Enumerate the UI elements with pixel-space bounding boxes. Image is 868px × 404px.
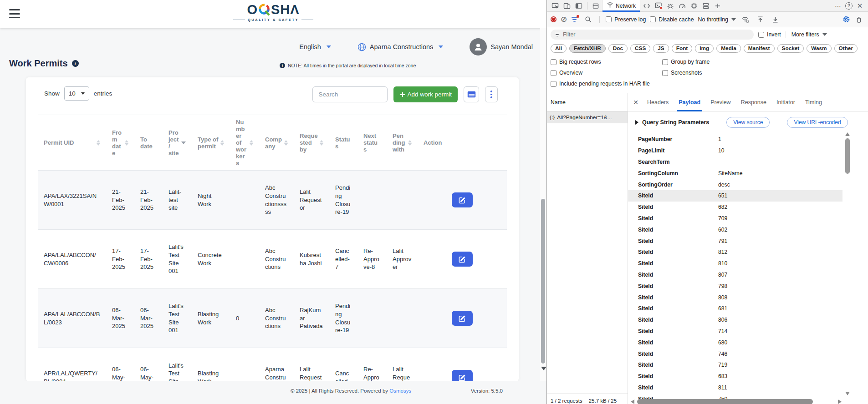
- activity-bar-icon[interactable]: [573, 1, 584, 11]
- include-pending-checkbox[interactable]: Include pending requests in HAR file: [551, 81, 662, 87]
- info-icon[interactable]: i: [72, 60, 79, 67]
- elements-panel-icon[interactable]: [590, 1, 601, 11]
- menu-icon[interactable]: [9, 9, 20, 18]
- chip-socket[interactable]: Socket: [777, 44, 804, 53]
- edit-permit-button[interactable]: [452, 311, 473, 326]
- chip-doc[interactable]: Doc: [608, 44, 628, 53]
- scrollbar-thumb[interactable]: [637, 399, 813, 404]
- col-requested-by[interactable]: Requested by: [294, 115, 329, 171]
- view-source-button[interactable]: View source: [726, 117, 770, 128]
- view-url-encoded-button[interactable]: View URL-encoded: [787, 117, 848, 128]
- sources-panel-icon[interactable]: [641, 1, 652, 11]
- inspect-element-icon[interactable]: [550, 1, 561, 11]
- screenshots-checkbox[interactable]: Screenshots: [662, 70, 774, 76]
- tab-initiator[interactable]: Initiator: [772, 93, 800, 111]
- col-project-site[interactable]: Project/ site: [163, 115, 192, 171]
- col-company[interactable]: Company: [259, 115, 294, 171]
- col-from-date[interactable]: From date: [106, 115, 134, 171]
- more-options-button[interactable]: [485, 86, 498, 102]
- tab-timing[interactable]: Timing: [801, 93, 827, 111]
- chip-css[interactable]: CSS: [630, 44, 650, 53]
- scroll-down-icon[interactable]: [541, 367, 546, 370]
- col-status[interactable]: Status: [329, 115, 357, 171]
- close-detail-icon[interactable]: ✕: [630, 96, 642, 108]
- cell-next-status: Re-Approve-8: [357, 230, 387, 289]
- filter-input[interactable]: [563, 31, 749, 38]
- edit-permit-button[interactable]: [452, 192, 473, 207]
- table-view-button[interactable]: [464, 86, 479, 102]
- memory-icon[interactable]: [689, 1, 700, 11]
- throttling-select[interactable]: No throttling: [698, 16, 736, 23]
- scrollbar-thumb[interactable]: [845, 138, 850, 174]
- help-icon[interactable]: ?: [845, 2, 853, 10]
- chip-manifest[interactable]: Manifest: [744, 44, 775, 53]
- more-filters-button[interactable]: More filters: [786, 31, 827, 38]
- col-permit-uid[interactable]: Permit UID: [38, 115, 106, 171]
- app-scrollbar[interactable]: [540, 28, 546, 381]
- kebab-icon: [490, 91, 492, 92]
- settings-gear-icon[interactable]: [841, 15, 852, 25]
- user-menu[interactable]: Sayan Mondal: [470, 38, 533, 56]
- chip-img[interactable]: Img: [695, 44, 714, 53]
- col-type-of-permit[interactable]: Type of permit: [192, 115, 230, 171]
- filter-toggle-icon[interactable]: [571, 16, 578, 23]
- export-har-icon[interactable]: [770, 15, 781, 25]
- application-panel-icon[interactable]: [700, 1, 711, 11]
- col-number-of-workers[interactable]: Number of workers: [230, 115, 259, 171]
- close-icon[interactable]: ✕: [854, 1, 865, 11]
- chip-font[interactable]: Font: [672, 44, 693, 53]
- disable-cache-checkbox[interactable]: Disable cache: [650, 16, 694, 23]
- add-work-permit-button[interactable]: Add work permit: [393, 86, 458, 102]
- clear-icon[interactable]: ⊘: [561, 15, 567, 23]
- more-options-icon[interactable]: ⋯: [832, 1, 843, 11]
- edit-permit-button[interactable]: [452, 370, 473, 381]
- requests-name-header[interactable]: Name: [547, 93, 628, 111]
- scroll-left-icon[interactable]: [631, 399, 634, 404]
- payload-scrollbar[interactable]: [845, 132, 851, 395]
- network-conditions-icon[interactable]: [740, 15, 751, 25]
- scroll-right-icon[interactable]: [838, 399, 842, 404]
- tab-response[interactable]: Response: [736, 93, 771, 111]
- invert-checkbox[interactable]: Invert: [758, 31, 781, 38]
- tab-network[interactable]: Network: [602, 0, 640, 12]
- add-panel-icon[interactable]: [712, 1, 723, 11]
- import-har-icon[interactable]: [755, 15, 766, 25]
- overview-checkbox[interactable]: Overview: [551, 70, 662, 76]
- debugger-icon[interactable]: [665, 1, 676, 11]
- search-icon[interactable]: [582, 15, 593, 25]
- tab-headers[interactable]: Headers: [643, 93, 673, 111]
- scroll-up-icon[interactable]: [845, 132, 850, 136]
- transfer-size: 25.7 kB / 25: [589, 398, 617, 404]
- payload-h-scrollbar[interactable]: [631, 399, 842, 404]
- console-panel-icon[interactable]: [653, 1, 664, 11]
- h-scroll-track[interactable]: [636, 399, 836, 404]
- performance-icon[interactable]: [677, 1, 688, 11]
- focus-mode-icon[interactable]: [853, 15, 864, 25]
- chip-fetch-xhr[interactable]: Fetch/XHR: [569, 44, 606, 53]
- preserve-log-checkbox[interactable]: Preserve log: [606, 16, 646, 23]
- edit-permit-button[interactable]: [452, 252, 473, 267]
- organization-selector[interactable]: Aparna Constructions: [357, 43, 443, 51]
- scroll-down-icon[interactable]: [845, 392, 850, 395]
- chip-all[interactable]: All: [551, 44, 567, 53]
- osmosys-link[interactable]: Osmosys: [389, 388, 411, 394]
- tab-preview[interactable]: Preview: [706, 93, 735, 111]
- device-toolbar-icon[interactable]: [562, 1, 572, 11]
- chip-media[interactable]: Media: [716, 44, 740, 53]
- chip-js[interactable]: JS: [653, 44, 669, 53]
- request-row[interactable]: {:} All?PageNumber=1&...: [547, 111, 628, 123]
- group-by-frame-checkbox[interactable]: Group by frame: [662, 59, 774, 65]
- scrollbar-thumb[interactable]: [541, 199, 545, 364]
- record-button[interactable]: [551, 16, 557, 22]
- search-input[interactable]: [312, 86, 388, 102]
- big-request-rows-checkbox[interactable]: Big request rows: [551, 59, 662, 65]
- chip-wasm[interactable]: Wasm: [807, 44, 831, 53]
- language-selector[interactable]: English: [299, 43, 331, 50]
- entries-select[interactable]: 10: [64, 86, 89, 101]
- query-string-section[interactable]: Query String Parameters: [635, 119, 709, 126]
- col-pending-with[interactable]: Pending with: [387, 115, 418, 171]
- col-to-date[interactable]: To date: [134, 115, 163, 171]
- chip-other[interactable]: Other: [834, 44, 858, 53]
- tab-payload[interactable]: Payload: [674, 93, 705, 111]
- col-next-status[interactable]: Next status: [357, 115, 387, 171]
